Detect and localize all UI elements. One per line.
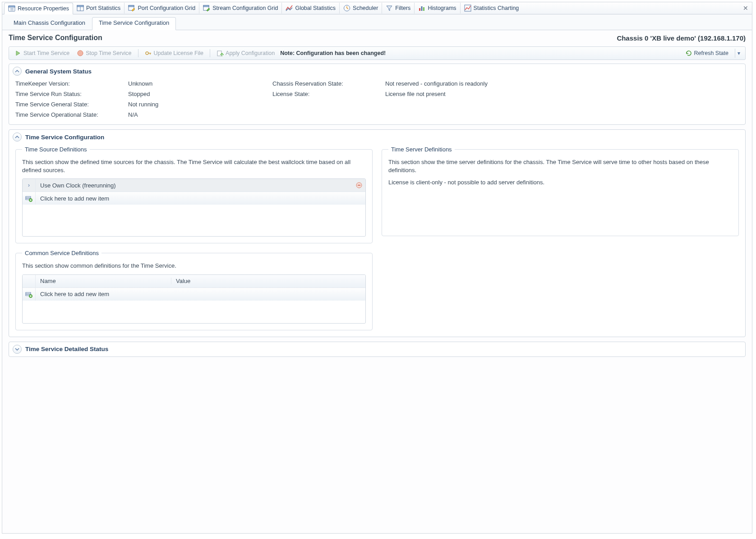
- refresh-dropdown-button[interactable]: ▾: [735, 49, 742, 58]
- tab-label: Port Configuration Grid: [138, 5, 195, 11]
- time-source-list: › Use Own Clock (freerunning): [22, 178, 366, 237]
- status-value: Stopped: [128, 91, 263, 97]
- button-label: Update License File: [154, 50, 203, 56]
- stop-time-service-button[interactable]: Stop Time Service: [74, 49, 134, 58]
- status-grid: TimeKeeper Version: Unknown Chassis Rese…: [15, 80, 739, 118]
- detailed-status-panel: Time Service Detailed Status: [9, 342, 746, 357]
- apply-icon: [217, 50, 224, 57]
- key-icon: [145, 50, 152, 57]
- add-item-row[interactable]: Click here to add new item: [23, 192, 365, 205]
- svg-rect-8: [129, 5, 134, 7]
- svg-rect-15: [421, 6, 423, 11]
- play-icon: [14, 50, 22, 57]
- line-chart-icon: [286, 5, 293, 12]
- subtab-main-chassis[interactable]: Main Chassis Configuration: [7, 17, 92, 30]
- tab-label: Stream Configuration Grid: [212, 5, 278, 11]
- tab-label: Global Statistics: [295, 5, 336, 11]
- tab-histograms[interactable]: Histograms: [415, 3, 460, 14]
- update-license-button[interactable]: Update License File: [142, 49, 206, 58]
- add-item-label: Click here to add new item: [36, 291, 365, 297]
- page-header: Time Service Configuration Chassis 0 'XB…: [2, 30, 752, 44]
- tab-scheduler[interactable]: Scheduler: [340, 3, 382, 14]
- bar-chart-icon: [418, 5, 425, 12]
- toolbar: Start Time Service Stop Time Service Upd…: [9, 46, 746, 60]
- svg-rect-22: [217, 51, 221, 56]
- status-value: Unknown: [128, 80, 263, 87]
- toolbar-note: Note: Configuration has been changed!: [280, 50, 386, 56]
- add-item-row[interactable]: Click here to add new item: [23, 288, 365, 301]
- collapse-button[interactable]: [13, 132, 22, 142]
- grid-edit-icon: [203, 5, 210, 12]
- tab-filters[interactable]: Filters: [382, 3, 415, 14]
- status-label: Time Service Operational State:: [15, 111, 119, 118]
- tab-label: Scheduler: [353, 5, 378, 11]
- apply-configuration-button[interactable]: Apply Configuration: [214, 49, 277, 58]
- subtab-time-service[interactable]: Time Service Configuration: [92, 17, 176, 30]
- chevron-down-icon: [15, 347, 19, 352]
- tab-port-config-grid[interactable]: Port Configuration Grid: [124, 3, 199, 14]
- general-system-status-panel: General System Status TimeKeeper Version…: [9, 64, 746, 125]
- refresh-state-button[interactable]: Refresh State: [682, 49, 731, 58]
- close-icon: ✕: [743, 5, 748, 12]
- remove-item-button[interactable]: [353, 182, 365, 189]
- group-legend: Time Source Definitions: [22, 146, 90, 153]
- tab-label: Histograms: [428, 5, 456, 11]
- tab-label: Statistics Charting: [474, 5, 519, 11]
- column-header-value[interactable]: Value: [171, 278, 353, 284]
- tab-port-statistics[interactable]: Port Statistics: [73, 3, 124, 14]
- stop-icon: [77, 50, 84, 57]
- refresh-icon: [685, 50, 692, 57]
- panel-title: General System Status: [25, 68, 92, 75]
- page-context: Chassis 0 'XB live demo' (192.168.1.170): [617, 34, 746, 42]
- button-label: Stop Time Service: [86, 50, 131, 56]
- config-sub-tabs: Main Chassis Configuration Time Service …: [2, 14, 752, 30]
- svg-rect-1: [9, 6, 15, 7]
- list-item[interactable]: › Use Own Clock (freerunning): [23, 179, 365, 192]
- remove-icon: [355, 182, 363, 189]
- group-desc: This section show the defined time sourc…: [22, 158, 366, 174]
- content-area: General System Status TimeKeeper Version…: [2, 64, 752, 533]
- page-title: Time Service Configuration: [9, 34, 102, 42]
- button-label: Apply Configuration: [226, 50, 275, 56]
- panel-title: Time Service Configuration: [25, 134, 104, 141]
- status-label: Chassis Reservation State:: [272, 80, 376, 87]
- svg-rect-31: [26, 292, 31, 294]
- chevron-right-icon: ›: [28, 182, 30, 188]
- start-time-service-button[interactable]: Start Time Service: [12, 49, 72, 58]
- tab-stream-config-grid[interactable]: Stream Configuration Grid: [199, 3, 282, 14]
- separator: [210, 49, 210, 57]
- time-server-group: Time Server Definitions This section sho…: [382, 146, 739, 236]
- group-desc: This section show the time server defini…: [388, 158, 732, 174]
- tab-resource-properties[interactable]: Resource Properties: [4, 3, 73, 14]
- tab-global-statistics[interactable]: Global Statistics: [282, 3, 340, 14]
- add-row-icon: [25, 291, 32, 298]
- time-source-group: Time Source Definitions This section sho…: [15, 146, 373, 243]
- common-service-list: Name Value Click here to add new item: [22, 274, 366, 324]
- chevron-up-icon: [15, 135, 19, 139]
- tab-label: Port Statistics: [86, 5, 120, 11]
- group-note: License is client-only - not possible to…: [388, 178, 732, 187]
- clock-icon: [343, 5, 350, 12]
- tab-statistics-charting[interactable]: Statistics Charting: [461, 3, 523, 14]
- svg-rect-14: [419, 8, 420, 11]
- status-value: N/A: [128, 111, 263, 118]
- button-label: Refresh State: [694, 50, 728, 56]
- svg-rect-26: [26, 196, 31, 198]
- svg-point-19: [146, 52, 148, 55]
- grid-edit-icon: [128, 5, 135, 12]
- funnel-icon: [386, 5, 393, 12]
- status-label: Time Service General State:: [15, 101, 119, 108]
- chevron-down-icon: ▾: [738, 50, 740, 56]
- button-label: Start Time Service: [23, 50, 69, 56]
- svg-point-18: [78, 50, 83, 56]
- chevron-up-icon: [15, 69, 19, 73]
- group-legend: Time Server Definitions: [388, 146, 455, 153]
- close-button[interactable]: ✕: [739, 5, 752, 12]
- status-label: Time Service Run Status:: [15, 91, 119, 97]
- separator: [138, 49, 138, 57]
- status-label: TimeKeeper Version:: [15, 80, 119, 87]
- expand-button[interactable]: [13, 345, 22, 354]
- app-window: Resource Properties Port Statistics Port…: [2, 2, 752, 534]
- collapse-button[interactable]: [13, 67, 22, 76]
- column-header-name[interactable]: Name: [36, 278, 171, 284]
